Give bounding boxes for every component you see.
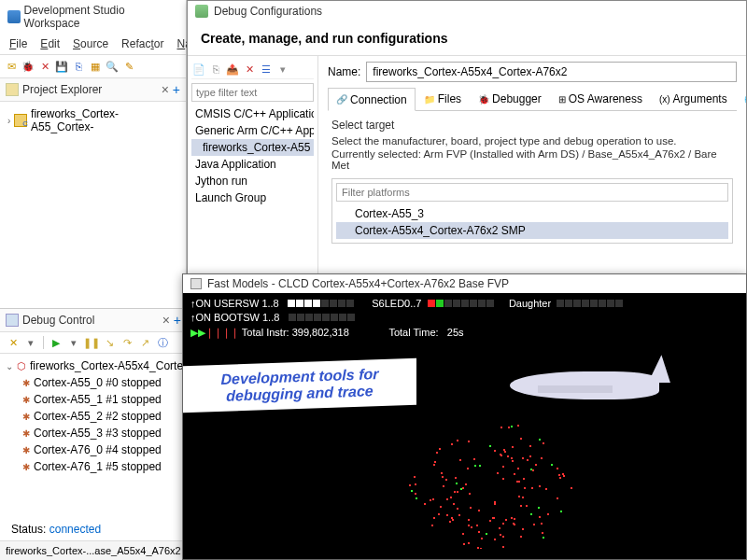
step-into-icon[interactable]: ↘ [102,335,117,350]
platform-box: Cortex-A55_3Cortex-A55x4_Cortex-A76x2 SM… [331,178,733,244]
s6led-label: S6LED0..7 [372,298,421,309]
thread-item[interactable]: ✱Cortex-A76_0 #4 stopped [4,441,183,458]
tab-files[interactable]: 📁Files [416,88,470,110]
dialog-title-bar: Debug Configurations [188,1,746,21]
dialog-tabs: 🔗Connection📁Files🐞Debugger⊞OS Awareness(… [328,88,737,111]
config-item[interactable]: Generic Arm C/C++ App [191,122,314,139]
dialog-main: Name: 🔗Connection📁Files🐞Debugger⊞OS Awar… [318,56,746,278]
config-item[interactable]: Java Application [191,156,314,173]
core-icon: ✱ [22,428,30,439]
tab-debugger[interactable]: 🐞Debugger [470,88,550,110]
platform-filter-input[interactable] [336,183,728,202]
platform-item[interactable]: Cortex-A55_3 [336,205,728,222]
core-icon: ✱ [22,378,30,388]
new-config-icon[interactable]: 📄 [191,62,206,77]
core-icon: ✱ [22,445,30,455]
chevron-down-icon[interactable]: ▾ [66,335,81,350]
project-tree: › C fireworks_Cortex-A55_Cortex- [0,102,186,139]
thread-item[interactable]: ✱Cortex-A55_0 #0 stopped [4,374,183,391]
debug-control-icon [6,314,19,327]
delete-icon[interactable]: ✕ [242,62,257,77]
project-item[interactable]: › C fireworks_Cortex-A55_Cortex- [4,105,182,135]
ide-title: Development Studio Workspace [24,4,178,30]
resume-icon[interactable]: ▶ [49,335,63,350]
ide-toolbar: ✉ 🐞 ✕ 💾 ⎘ ▦ 🔍 ✎ [0,55,186,78]
tab-environm[interactable]: 🌐Environm [736,88,746,110]
collapse-all-icon[interactable]: ▾ [275,62,290,77]
menu-refactor[interactable]: Refactor [116,35,169,52]
dialog-title: Debug Configurations [214,5,322,18]
thread-label: Cortex-A55_2 #2 stopped [34,410,162,423]
tab-arguments[interactable]: (x)Arguments [651,88,736,110]
project-explorer-header: Project Explorer × + [0,78,186,102]
export-icon[interactable]: 📤 [225,62,240,77]
platform-item[interactable]: Cortex-A55x4_Cortex-A76x2 SMP [336,222,728,239]
name-input[interactable] [366,62,737,82]
thread-item[interactable]: ✱Cortex-A55_1 #1 stopped [4,391,183,408]
tool-icon[interactable]: ▦ [88,59,103,74]
total-instr-label: Total Instr: [242,327,289,338]
duplicate-icon[interactable]: ⎘ [208,62,223,77]
fireworks-graphic [388,423,603,549]
save-all-icon[interactable]: ⎘ [71,59,86,74]
thread-label: Cortex-A55_1 #1 stopped [34,393,162,406]
wand-icon[interactable]: ✎ [121,59,136,74]
total-instr-value: 399,802,318 [292,327,349,338]
status-bar: Status: connected [4,519,108,539]
connect-icon[interactable]: ✕ [6,335,21,350]
menu-file[interactable]: File [4,35,33,52]
filter-icon[interactable]: ☰ [259,62,274,77]
suspend-icon[interactable]: ❚❚ [84,335,99,350]
save-icon[interactable]: 💾 [54,59,69,74]
debug-toolbar: ✕ ▾ ▶ ▾ ❚❚ ↘ ↷ ↗ ⓘ [0,332,187,354]
step-mode-icon[interactable]: ⓘ [155,335,170,350]
tab-icon: (x) [659,94,670,105]
config-item[interactable]: Launch Group [191,189,314,206]
debug-config-icon [195,5,208,18]
tab-label: OS Awareness [569,92,642,105]
tab-connection[interactable]: 🔗Connection [328,88,416,111]
search-icon[interactable]: 🔍 [105,59,120,74]
project-item-label: fireworks_Cortex-A55_Cortex- [31,107,178,133]
target-icon: ⬡ [17,360,26,372]
thread-label: Cortex-A76_0 #4 stopped [34,443,162,456]
menu-source[interactable]: Source [67,35,114,52]
tab-os-awareness[interactable]: ⊞OS Awareness [550,88,651,110]
thread-item[interactable]: ✱Cortex-A55_3 #3 stopped [4,425,183,441]
banner-text: Development tools for debugging and trac… [183,365,416,406]
close-icon[interactable]: × [162,82,169,97]
thread-item[interactable]: ✱Cortex-A76_1 #5 stopped [4,458,183,475]
total-time-value: 25s [447,327,464,338]
tab-icon: 🔗 [336,94,347,105]
config-item[interactable]: Jython run [191,173,314,189]
chevron-down-icon[interactable]: ▾ [23,335,38,350]
plus-icon[interactable]: + [173,82,180,97]
fast-models-title-bar[interactable]: Fast Models - CLCD Cortex-A55x4+Cortex-A… [183,274,746,293]
menu-edit[interactable]: Edit [35,35,65,52]
bug-icon[interactable]: 🐞 [21,59,35,74]
thread-item[interactable]: ✱Cortex-A55_2 #2 stopped [4,408,183,425]
menu-bar: File Edit Source Refactor Navig [0,34,186,55]
project-explorer-icon [6,83,19,96]
close-icon[interactable]: × [162,313,170,328]
config-item[interactable]: fireworks_Cortex-A55 [191,139,314,156]
source-folder-icon: C [14,114,27,127]
step-over-icon[interactable]: ↷ [120,335,134,350]
config-item[interactable]: CMSIS C/C++ Applicatio [191,105,314,122]
new-icon[interactable]: ✉ [4,59,19,74]
debug-root[interactable]: ⌄ ⬡ fireworks_Cortex-A55x4_Corte [4,357,183,374]
filter-text-input[interactable] [191,83,314,102]
tab-label: Connection [350,93,407,106]
select-target-text: Select the manufacturer, board, project … [331,135,733,147]
project-explorer-title: Project Explorer [22,83,102,96]
core-icon: ✱ [22,395,30,405]
tab-icon: 🌐 [744,94,746,105]
expand-arrow-icon[interactable]: › [7,116,10,126]
thread-label: Cortex-A55_3 #3 stopped [34,427,162,440]
core-icon: ✱ [22,462,30,472]
disconnect-icon[interactable]: ✕ [37,59,52,74]
plus-icon[interactable]: + [174,313,181,328]
step-out-icon[interactable]: ↗ [137,335,152,350]
dialog-header: Create, manage, and run configurations [188,21,746,56]
collapse-arrow-icon[interactable]: ⌄ [6,361,13,371]
